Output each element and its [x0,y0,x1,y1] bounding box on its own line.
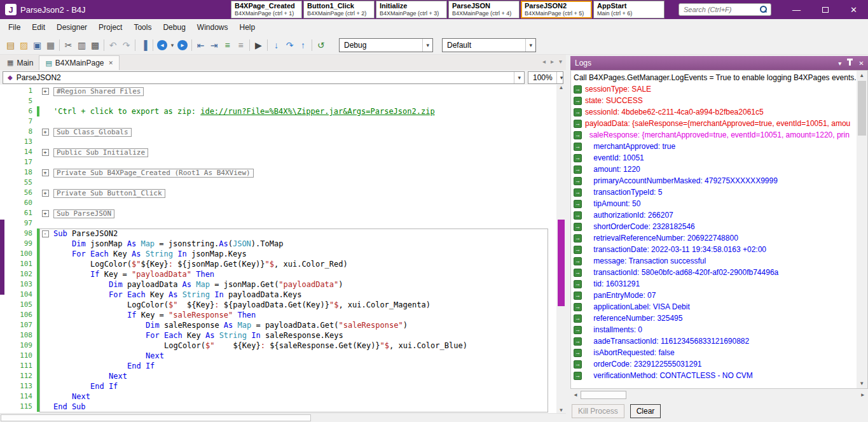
bookmark-initialize[interactable]: InitializeB4XMainPage (ctrl + 3) [376,1,447,18]
chevron-down-icon[interactable]: ▾ [525,39,535,52]
log-entry-icon[interactable]: → [574,120,582,128]
scroll-up-icon[interactable]: ▲ [559,85,564,90]
code-line[interactable]: 14+Public Sub Initialize [0,147,556,157]
collapsed-sub-box[interactable]: Private Sub B4XPage_Created (Root1 As B4… [53,169,254,178]
fold-collapse-icon[interactable]: - [42,230,49,237]
log-entry-icon[interactable]: → [574,257,582,265]
logs-hscroll-track[interactable] [581,390,858,400]
chevron-down-icon[interactable]: ▾ [514,72,524,83]
log-entry-icon[interactable]: → [574,154,582,162]
code-line[interactable]: 112Next [0,371,556,381]
chevron-down-icon[interactable]: ▾ [422,39,432,52]
step-over-icon[interactable]: ↷ [283,38,296,52]
fold-expand-icon[interactable]: + [42,169,49,176]
bookmark-icon[interactable]: ▐ [137,38,151,52]
navigate-back-icon[interactable]: ◂ [157,40,167,50]
fold-expand-icon[interactable]: + [42,149,49,156]
logs-scroll-thumb[interactable] [858,81,866,136]
redo-icon[interactable]: ↷ [120,38,133,52]
code-line[interactable]: 56+Private Sub Button1_Click [0,188,556,198]
new-module-icon[interactable]: ▤ [4,38,17,52]
code-line[interactable]: 111End If [0,361,556,371]
tab-b4xmainpage[interactable]: ▤B4XMainPage✕ [39,55,120,70]
log-entry-icon[interactable]: → [574,223,582,231]
uncomment-icon[interactable]: ≡ [234,38,247,52]
log-entry-icon[interactable]: → [574,314,582,323]
bookmark-button1_click[interactable]: Button1_ClickB4XMainPage (ctrl + 2) [303,1,375,18]
undo-icon[interactable]: ↶ [106,38,120,52]
log-entry-icon[interactable]: → [574,97,582,105]
code-line[interactable]: 113End If [0,381,556,391]
editor-horizontal-scrollbar[interactable] [0,413,566,422]
code-line[interactable]: 99Dim jsonMap As Map = jsonstring.As(JSO… [0,239,556,249]
fold-expand-icon[interactable]: + [42,210,49,217]
menu-windows[interactable]: Windows [191,20,234,34]
code-line[interactable]: 106If Key = "saleResponse" Then [0,310,556,320]
editor-scroll-thumb[interactable] [558,220,565,306]
close-panel-icon[interactable]: ✕ [858,60,864,67]
step-into-icon[interactable]: ↓ [270,38,283,52]
log-entry-icon[interactable]: → [574,108,582,116]
menu-edit[interactable]: Edit [26,20,51,34]
tab-scroll-right-icon[interactable]: ▸ [551,58,554,65]
code-line[interactable]: 114Next [0,391,556,402]
code-line[interactable]: 61+Sub ParseJSON [0,208,556,218]
comment-icon[interactable]: ≡ [221,38,234,52]
search-icon[interactable] [759,5,768,14]
menu-project[interactable]: Project [93,20,128,34]
log-entry-icon[interactable]: → [574,200,582,208]
log-entry-icon[interactable]: → [574,246,582,254]
code-line[interactable]: 6'Ctrl + click to export as zip: ide://r… [0,106,556,116]
log-entry-icon[interactable]: → [574,292,582,300]
code-line[interactable]: 5 [0,96,556,106]
code-line[interactable]: 103Dim payloadData As Map = jsonMap.Get(… [0,279,556,290]
log-entry-icon[interactable]: → [574,234,582,243]
paste-icon[interactable]: ▩ [88,38,102,52]
tab-main[interactable]: ▦Main [1,55,39,70]
save-icon[interactable]: ▣ [31,38,44,52]
code-line[interactable]: 18+Private Sub B4XPage_Created (Root1 As… [0,167,556,178]
code-line[interactable]: 104For Each Key As String In payloadData… [0,290,556,300]
log-entry-icon[interactable]: → [574,165,582,174]
window-position-caret-icon[interactable]: ▾ [838,60,841,67]
code-editor[interactable]: 1+#Region Shared Files56'Ctrl + click to… [0,85,566,413]
logs-vertical-scrollbar[interactable]: ▲ ▼ [857,71,867,388]
scroll-left-icon[interactable]: ◄ [570,392,581,398]
search-box[interactable] [679,3,771,16]
indent-icon[interactable]: ⇥ [207,38,221,52]
collapsed-sub-box[interactable]: Sub ParseJSON [53,209,114,218]
logs-hscroll-thumb[interactable] [581,391,626,399]
back-history-caret-icon[interactable]: ▾ [169,38,176,52]
code-line[interactable]: 110Next [0,351,556,361]
scroll-down-icon[interactable]: ▼ [859,379,864,388]
bookmark-parsejson[interactable]: ParseJSONB4XMainPage (ctrl + 4) [448,1,520,18]
code-line[interactable]: 105LogColor($" ${Key}: ${payloadData.Get… [0,300,556,310]
restart-icon[interactable]: ↺ [314,38,327,52]
code-line[interactable]: 101LogColor($"${Key}: ${jsonMap.Get(Key)… [0,259,556,269]
cut-icon[interactable]: ✂ [62,38,75,52]
navigate-forward-icon[interactable]: ▸ [177,40,188,50]
collapsed-sub-box[interactable]: #Region Shared Files [53,87,144,96]
code-line[interactable]: 107Dim saleResponse As Map = payloadData… [0,320,556,330]
menu-designer[interactable]: Designer [51,20,93,34]
zoom-select[interactable]: 100% ▾ [528,71,563,84]
logs-horizontal-scrollbar[interactable]: ◄ ► [570,390,868,400]
scroll-right-icon[interactable]: ► [858,392,868,398]
code-line[interactable]: 55 [0,178,556,188]
save-all-icon[interactable]: ▦ [44,38,57,52]
log-entry-icon[interactable]: → [574,349,582,357]
menu-file[interactable]: File [3,20,26,34]
collapsed-sub-box[interactable]: Private Sub Button1_Click [53,189,165,198]
log-entry-icon[interactable]: → [574,188,582,197]
tab-menu-caret-icon[interactable]: ▾ [559,58,562,65]
kill-process-button[interactable]: Kill Process [572,404,624,418]
minimize-button[interactable]: — [782,0,811,19]
code-line[interactable]: 108For Each Key As String In saleRespons… [0,330,556,341]
code-line[interactable]: 13 [0,137,556,147]
step-out-icon[interactable]: ↑ [296,38,310,52]
log-entry-icon[interactable]: → [574,269,582,277]
log-entry-icon[interactable]: → [574,211,582,220]
log-entry-icon[interactable]: → [574,326,582,334]
log-entry-icon[interactable]: → [574,372,582,380]
collapsed-sub-box[interactable]: Public Sub Initialize [53,148,148,157]
